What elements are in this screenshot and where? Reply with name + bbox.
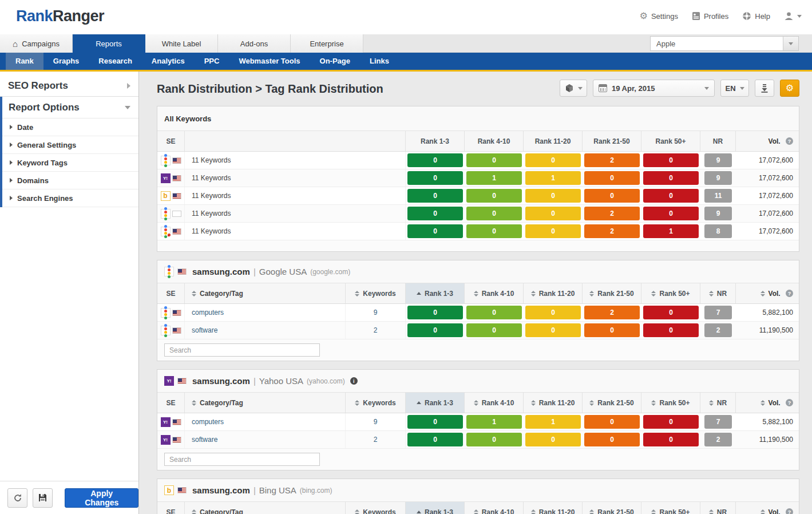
save-button[interactable] (33, 488, 53, 508)
column-header-rank-11-20[interactable]: Rank 11-20 (524, 502, 583, 514)
column-header-vol[interactable]: Vol. ? (736, 502, 799, 514)
column-header-rank-21-50: Rank 21-50 (583, 131, 641, 151)
apply-changes-button[interactable]: Apply Changes (65, 488, 138, 508)
vol-help-icon[interactable]: ? (786, 290, 793, 297)
rank-pill: 0 (643, 306, 699, 319)
column-header-rank-11-20[interactable]: Rank 11-20 (524, 283, 583, 303)
keywords-link[interactable]: 9 (374, 309, 378, 317)
column-header-rank-4-10[interactable]: Rank 4-10 (465, 283, 524, 303)
sidebar-item-search-engines[interactable]: Search Engines (2, 189, 138, 207)
column-header-rank-21-50[interactable]: Rank 21-50 (583, 393, 641, 413)
column-header-nr[interactable]: NR (700, 283, 736, 303)
column-header-rank-4-10[interactable]: Rank 4-10 (465, 393, 524, 413)
nr-cell: 8 (700, 224, 736, 238)
google-icon (161, 209, 171, 219)
report-settings-button[interactable]: ⚙ (780, 80, 799, 97)
campaign-dropdown-button[interactable] (783, 37, 798, 50)
sidebar-item-domains[interactable]: Domains (2, 172, 138, 189)
column-header-rank-50-[interactable]: Rank 50+ (641, 283, 700, 303)
rank-bucket-cell: 0 (641, 433, 700, 446)
table-search-input[interactable] (164, 453, 320, 466)
logo[interactable]: RankRanger (16, 7, 104, 25)
tab-add-ons[interactable]: Add-ons (218, 34, 291, 53)
column-header-nr[interactable]: NR (700, 502, 736, 514)
category-link[interactable]: software (192, 436, 217, 444)
column-header-rank-50-[interactable]: Rank 50+ (641, 502, 700, 514)
category-link[interactable]: software (192, 326, 217, 334)
keywords-link[interactable]: 2 (374, 436, 378, 444)
column-header-category[interactable]: Category/Tag (185, 502, 346, 514)
tab-enterprise[interactable]: Enterprise (291, 34, 363, 53)
column-header-category[interactable]: Category/Tag (185, 393, 346, 413)
column-header-rank-1-3[interactable]: Rank 1-3 (406, 393, 465, 413)
column-header-keywords[interactable]: Keywords (346, 393, 406, 413)
info-icon[interactable]: i (350, 377, 358, 385)
account-menu-item[interactable] (784, 11, 802, 21)
report-type-button[interactable] (560, 80, 587, 97)
column-header-keywords[interactable]: Keywords (346, 283, 406, 303)
tab-white-label[interactable]: White Label (145, 34, 218, 53)
row-label: 11 Keywords (185, 169, 406, 187)
column-header-category[interactable]: Category/Tag (185, 283, 346, 303)
column-header-rank-21-50[interactable]: Rank 21-50 (583, 502, 641, 514)
sidebar-seo-reports[interactable]: SEO Reports (0, 75, 138, 97)
column-header-nr[interactable]: NR (700, 393, 736, 413)
column-header-vol[interactable]: Vol. ? (736, 283, 799, 303)
column-header-rank-21-50[interactable]: Rank 21-50 (583, 283, 641, 303)
download-button[interactable] (755, 80, 774, 97)
rank-bucket-cell: 0 (583, 323, 641, 337)
help-menu-item[interactable]: Help (742, 11, 770, 21)
vol-help-icon[interactable]: ? (786, 508, 793, 514)
category-link[interactable]: computers (192, 418, 224, 426)
sidebar: SEO Reports Report Options DateGeneral S… (0, 72, 139, 514)
sort-icon (589, 400, 594, 406)
column-header-rank-4-10[interactable]: Rank 4-10 (465, 502, 524, 514)
sidebar-item-general-settings[interactable]: General Settings (2, 136, 138, 154)
vol-help-icon[interactable]: ? (786, 137, 793, 145)
subnav-item-on-page[interactable]: On-Page (310, 53, 360, 70)
column-header-rank-11-20[interactable]: Rank 11-20 (524, 393, 583, 413)
subnav-item-research[interactable]: Research (89, 53, 142, 70)
column-header-keywords[interactable]: Keywords (346, 502, 406, 514)
column-header-rank-1-3[interactable]: Rank 1-3 (406, 283, 465, 303)
settings-menu-item[interactable]: ⚙ Settings (640, 11, 678, 21)
subnav-item-ppc[interactable]: PPC (195, 53, 229, 70)
sidebar-report-options[interactable]: Report Options (2, 97, 138, 118)
row-category: computers (185, 304, 346, 321)
sidebar-item-date[interactable]: Date (2, 118, 138, 136)
save-icon (38, 493, 47, 502)
sort-asc-icon (417, 511, 421, 513)
subnav-item-analytics[interactable]: Analytics (142, 53, 195, 70)
subnav-item-webmaster-tools[interactable]: Webmaster Tools (229, 53, 310, 70)
subnav-item-rank[interactable]: Rank (6, 53, 43, 70)
row-volume: 5,882,100 (736, 418, 799, 426)
refresh-button[interactable] (7, 488, 27, 508)
column-header-rank-1-3[interactable]: Rank 1-3 (406, 502, 465, 514)
rank-pill: 0 (643, 153, 699, 167)
subnav-item-graphs[interactable]: Graphs (43, 53, 89, 70)
chevron-down-icon (578, 87, 583, 90)
refresh-icon (13, 493, 22, 503)
language-selector[interactable]: EN (720, 80, 749, 97)
google-icon (161, 156, 171, 165)
column-header-vol[interactable]: Vol. ? (736, 393, 799, 413)
date-value: 19 Apr, 2015 (612, 84, 655, 93)
table-footer (157, 449, 799, 470)
sidebar-item-keyword-tags[interactable]: Keyword Tags (2, 154, 138, 172)
keywords-link[interactable]: 9 (374, 418, 378, 426)
keywords-link[interactable]: 2 (374, 326, 378, 334)
profiles-menu-item[interactable]: Profiles (692, 11, 728, 21)
subnav-item-links[interactable]: Links (360, 53, 399, 70)
row-volume: 11,190,500 (736, 436, 799, 444)
tab-campaigns[interactable]: ⌂Campaigns (0, 34, 73, 53)
date-picker[interactable]: 19 Apr, 2015 (593, 80, 715, 97)
vol-help-icon[interactable]: ? (786, 399, 793, 406)
user-icon (784, 11, 794, 21)
tab-reports[interactable]: Reports (73, 34, 145, 53)
table-search-input[interactable] (164, 343, 320, 357)
sort-icon (531, 509, 536, 514)
row-se (157, 322, 185, 339)
category-link[interactable]: computers (192, 309, 224, 317)
column-header-rank-50-[interactable]: Rank 50+ (641, 393, 700, 413)
campaign-selector[interactable]: Apple (650, 36, 799, 51)
